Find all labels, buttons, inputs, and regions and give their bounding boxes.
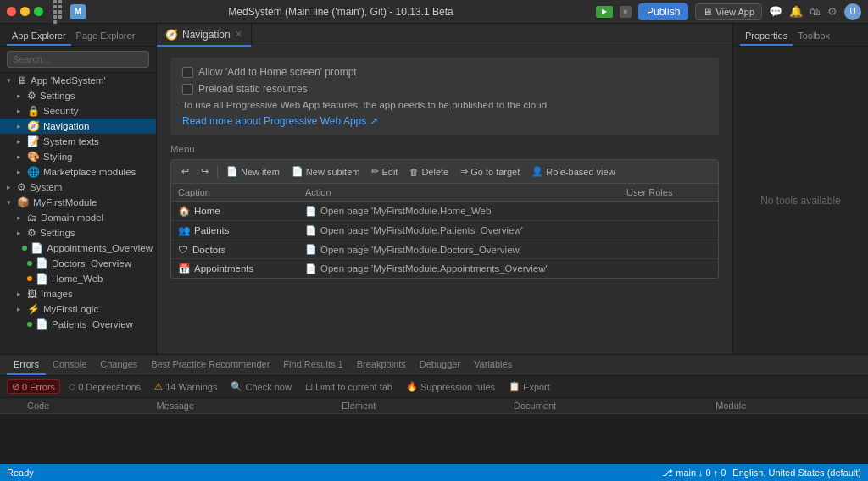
chat-icon[interactable]: 💬 <box>769 5 782 18</box>
sidebar-item-security[interactable]: ▸ 🔒 Security <box>0 103 156 119</box>
stop-button[interactable]: ■ <box>620 6 632 18</box>
page-action-icon: 📄 <box>305 206 317 217</box>
page-action-icon: 📄 <box>305 225 317 236</box>
tab-find-results[interactable]: Find Results 1 <box>276 355 349 375</box>
go-to-target-button[interactable]: ⇒ Go to target <box>455 163 525 180</box>
run-button[interactable]: ▶ <box>596 6 613 18</box>
tab-close-button[interactable]: ✕ <box>235 29 242 40</box>
tab-changes[interactable]: Changes <box>93 355 144 375</box>
bottom-tabs: Errors Console Changes Best Practice Rec… <box>0 355 868 376</box>
edit-icon: ✏ <box>371 166 379 177</box>
role-based-view-button[interactable]: 👤 Role-based view <box>526 163 620 180</box>
sidebar-item-marketplace[interactable]: ▸ 🌐 Marketplace modules <box>0 164 156 180</box>
tab-best-practice[interactable]: Best Practice Recommender <box>144 355 276 375</box>
pwa-checkbox-2[interactable] <box>182 84 193 95</box>
system-texts-tree-icon: 📝 <box>27 135 40 147</box>
bottom-panel: Errors Console Changes Best Practice Rec… <box>0 354 868 464</box>
sidebar-item-system-texts[interactable]: ▸ 📝 System texts <box>0 134 156 149</box>
col-document: Document <box>507 398 709 414</box>
tab-properties[interactable]: Properties <box>740 27 793 46</box>
delete-button[interactable]: 🗑 Delete <box>404 164 453 180</box>
sidebar-item-domain-model[interactable]: ▸ 🗂 Domain model <box>0 210 156 225</box>
warnings-button[interactable]: ⚠ 14 Warnings <box>149 379 222 394</box>
tab-app-explorer[interactable]: App Explorer <box>7 27 71 46</box>
error-circle-icon: ⊘ <box>12 381 19 392</box>
new-item-button[interactable]: 📄 New item <box>221 163 285 180</box>
sidebar-item-patients-overview[interactable]: ▸ 📄 Patients_Overview <box>0 317 156 332</box>
chevron-right-icon: ▸ <box>17 290 27 298</box>
status-right: ⎇ main ↓ 0 ↑ 0 English, United States (d… <box>662 467 861 478</box>
redo-button[interactable]: ↪ <box>196 163 214 180</box>
maximize-button[interactable] <box>34 7 43 16</box>
branch-icon: ⎇ <box>662 467 673 478</box>
view-app-button[interactable]: 🖥 View App <box>695 3 762 20</box>
tab-console[interactable]: Console <box>46 355 93 375</box>
table-row[interactable]: 🏠 Home 📄 Open page 'MyFirstModule.Home_W… <box>171 202 718 221</box>
col-element: Element <box>335 398 507 414</box>
new-subitem-button[interactable]: 📄 New subitem <box>287 163 365 180</box>
sidebar-item-images[interactable]: ▸ 🖼 Images <box>0 286 156 301</box>
tab-page-explorer[interactable]: Page Explorer <box>71 27 141 46</box>
minimize-button[interactable] <box>20 7 30 16</box>
tab-debugger[interactable]: Debugger <box>413 355 467 375</box>
settings-icon[interactable]: ⚙ <box>827 5 837 18</box>
publish-button[interactable]: Publish <box>638 3 688 20</box>
sidebar-item-myfirstmodule[interactable]: ▾ 📦 MyFirstModule <box>0 195 156 210</box>
sidebar-item-doctors-overview[interactable]: ▸ 📄 Doctors_Overview <box>0 256 156 271</box>
navigation-tab[interactable]: 🧭 Navigation ✕ <box>157 24 252 47</box>
chevron-right-icon: ▸ <box>17 213 27 222</box>
user-avatar[interactable]: U <box>844 3 861 20</box>
action-cell: 📄 Open page 'MyFirstModule.Doctors_Overv… <box>305 244 626 255</box>
deprecations-button[interactable]: ◇ 0 Deprecations <box>64 379 146 394</box>
properties-tabs: Properties Toolbox <box>733 24 868 47</box>
table-row[interactable]: 🛡 Doctors 📄 Open page 'MyFirstModule.Doc… <box>171 240 718 259</box>
tab-bar: 🧭 Navigation ✕ <box>157 24 732 47</box>
pwa-row-1: Allow 'Add to Home screen' prompt <box>182 66 707 78</box>
status-left: Ready <box>7 467 34 478</box>
close-button[interactable] <box>7 7 16 16</box>
tab-breakpoints[interactable]: Breakpoints <box>350 355 413 375</box>
logic-tree-icon: ⚡ <box>27 303 40 315</box>
sidebar-item-module-settings[interactable]: ▸ ⚙ Settings <box>0 225 156 240</box>
sidebar-item-settings[interactable]: ▸ ⚙ Settings <box>0 88 156 103</box>
pwa-read-more-link[interactable]: Read more about Progressive Web Apps ↗ <box>182 115 378 127</box>
tab-toolbox[interactable]: Toolbox <box>793 27 835 46</box>
sidebar-item-navigation[interactable]: ▸ 🧭 Navigation <box>0 119 156 134</box>
bell-icon[interactable]: 🔔 <box>789 5 803 18</box>
pwa-checkbox-1[interactable] <box>182 67 193 78</box>
suppression-rules-button[interactable]: 🔥 Suppression rules <box>401 379 500 394</box>
deprecation-icon: ◇ <box>69 381 75 392</box>
col-module: Module <box>709 398 868 414</box>
export-button[interactable]: 📋 Export <box>504 379 555 394</box>
status-branch: ⎇ main ↓ 0 ↑ 0 <box>662 467 726 478</box>
table-row[interactable]: 📅 Appointments 📄 Open page 'MyFirstModul… <box>171 259 718 278</box>
sidebar-item-myfirstlogic[interactable]: ▸ ⚡ MyFirstLogic <box>0 301 156 317</box>
menu-section: Menu ↩ ↪ 📄 New item 📄 New subitem ✏ <box>170 144 719 279</box>
security-tree-icon: 🔒 <box>27 105 40 117</box>
filter-icon: ⊡ <box>305 381 313 392</box>
undo-button[interactable]: ↩ <box>176 163 194 180</box>
sidebar-item-styling[interactable]: ▸ 🎨 Styling <box>0 149 156 164</box>
tab-errors[interactable]: Errors <box>7 355 46 375</box>
limit-tab-button[interactable]: ⊡ Limit to current tab <box>300 379 398 394</box>
sidebar-item-app-medsystem[interactable]: ▾ 🖥 App 'MedSystem' <box>0 73 156 88</box>
shopping-icon[interactable]: 🛍 <box>810 5 821 18</box>
images-tree-icon: 🖼 <box>27 288 37 300</box>
sidebar-item-system[interactable]: ▸ ⚙ System <box>0 180 156 195</box>
edit-button[interactable]: ✏ Edit <box>366 163 403 180</box>
new-subitem-icon: 📄 <box>292 166 303 177</box>
system-tree-icon: ⚙ <box>17 181 26 193</box>
sidebar-item-appointments-overview[interactable]: ▸ 📄 Appointments_Overview <box>0 240 156 256</box>
status-bar: Ready ⎇ main ↓ 0 ↑ 0 English, United Sta… <box>0 464 868 481</box>
table-row[interactable]: 👥 Patients 📄 Open page 'MyFirstModule.Pa… <box>171 221 718 240</box>
check-now-button[interactable]: 🔍 Check now <box>225 379 296 394</box>
titlebar: M MedSystem (Main line ('main'), Git) - … <box>0 0 868 24</box>
tab-variables[interactable]: Variables <box>467 355 519 375</box>
chevron-right-icon: ▸ <box>17 168 27 176</box>
sidebar-item-home-web[interactable]: ▸ 📄 Home_Web <box>0 271 156 286</box>
bottom-toolbar: ⊘ 0 Errors ◇ 0 Deprecations ⚠ 14 Warning… <box>0 376 868 398</box>
chevron-down-icon: ▾ <box>7 198 17 207</box>
search-input[interactable] <box>7 51 149 68</box>
errors-badge[interactable]: ⊘ 0 Errors <box>7 379 60 394</box>
status-locale: English, United States (default) <box>732 467 861 478</box>
